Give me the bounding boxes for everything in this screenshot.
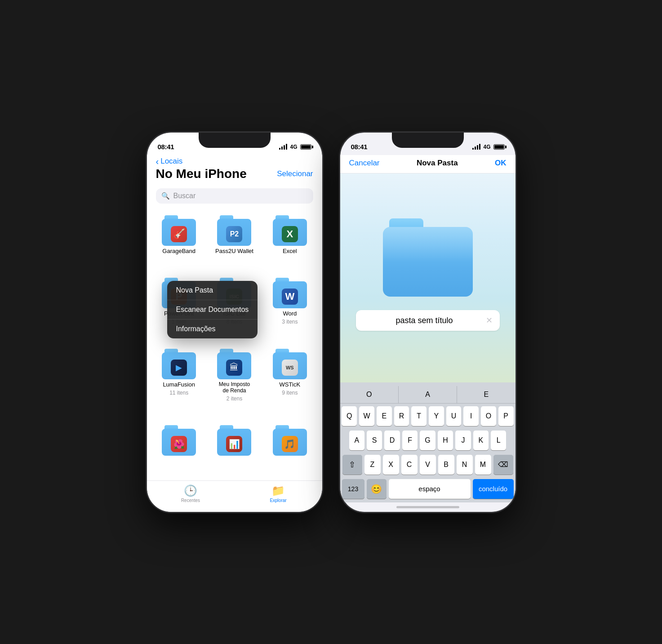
app-icon-lumafusion: ▶ xyxy=(171,360,187,376)
recentes-label: Recentes xyxy=(181,498,200,503)
context-menu-scan-docs[interactable]: Escanear Documentos xyxy=(167,300,258,320)
shift-key[interactable] xyxy=(342,455,362,475)
key-p[interactable]: P xyxy=(498,406,514,426)
signal-bars-1 xyxy=(279,144,287,150)
key-b[interactable]: B xyxy=(438,455,454,475)
key-l[interactable]: L xyxy=(491,431,506,450)
folder-name-wstick: WSTicK xyxy=(280,381,300,388)
space-key[interactable]: espaço xyxy=(389,479,471,499)
folder-name-input[interactable] xyxy=(363,316,486,325)
numbers-key[interactable]: 123 xyxy=(342,479,364,499)
app-icon-pass2u: P2 xyxy=(226,226,242,242)
network-type-2: 4G xyxy=(483,144,490,150)
phone-files: 08:41 4G ‹ L xyxy=(147,133,322,512)
key-k[interactable]: K xyxy=(473,431,489,450)
key-e[interactable]: E xyxy=(377,406,392,426)
keyboard-bottom-row: 123 😊 espaço concluído xyxy=(340,479,515,502)
new-folder-title: Nova Pasta xyxy=(417,159,458,168)
delete-key[interactable] xyxy=(493,455,513,475)
key-g[interactable]: G xyxy=(420,431,435,450)
key-w[interactable]: W xyxy=(359,406,374,426)
network-type-1: 4G xyxy=(290,144,297,150)
key-o[interactable]: O xyxy=(481,406,496,426)
select-button[interactable]: Selecionar xyxy=(277,169,313,178)
signal-bars-2 xyxy=(472,144,480,150)
home-indicator-2 xyxy=(396,506,459,508)
key-c[interactable]: C xyxy=(401,455,418,475)
key-q[interactable]: Q xyxy=(342,406,357,426)
context-menu-info[interactable]: Informações xyxy=(167,320,258,338)
folder-count-word: 3 itens xyxy=(282,319,298,325)
folder-wstick[interactable]: WS WSTicK 9 itens xyxy=(262,346,317,423)
context-menu-new-folder[interactable]: Nova Pasta xyxy=(167,281,258,300)
emoji-key[interactable]: 😊 xyxy=(367,479,387,499)
predict-o[interactable]: O xyxy=(340,386,399,403)
folder-excel[interactable]: X Excel xyxy=(262,213,317,275)
ok-button[interactable]: OK xyxy=(495,159,506,168)
tab-explorar[interactable]: 📁 Explorar xyxy=(235,484,322,503)
folder-name-meuimposto: Meu Impostode Renda xyxy=(219,381,250,394)
search-bar-1[interactable]: 🔍 Buscar xyxy=(156,188,313,204)
key-z[interactable]: Z xyxy=(364,455,381,475)
key-s[interactable]: S xyxy=(367,431,382,450)
battery-2 xyxy=(493,144,505,150)
cancel-button[interactable]: Cancelar xyxy=(349,159,380,168)
folder-lumafusion[interactable]: ▶ LumaFusion 11 itens xyxy=(151,346,207,423)
key-h[interactable]: H xyxy=(438,431,453,450)
back-label-1: Locais xyxy=(160,157,182,166)
key-r[interactable]: R xyxy=(394,406,409,426)
back-button-1[interactable]: ‹ Locais xyxy=(156,157,313,166)
keyboard-row-3: Z X C V B N M xyxy=(342,455,514,475)
time-2: 08:41 xyxy=(351,143,368,151)
app-icon-app4: 🌺 xyxy=(171,436,187,452)
folder-name-word: Word xyxy=(283,310,297,317)
phone-new-folder: 08:41 4G Cancelar Nova Pa xyxy=(340,133,515,512)
key-v[interactable]: V xyxy=(420,455,436,475)
explorar-icon: 📁 xyxy=(271,484,285,497)
key-a[interactable]: A xyxy=(349,431,364,450)
folder-pass2u[interactable]: P2 Pass2U Wallet xyxy=(207,213,262,275)
key-i[interactable]: I xyxy=(463,406,479,426)
predict-e[interactable]: E xyxy=(457,386,515,403)
app-icon-app5: 📊 xyxy=(226,436,242,452)
folder-grid: 🎸 GarageBand P2 Pass2U Wallet xyxy=(147,209,322,480)
page-title-1: No Meu iPhone xyxy=(156,167,247,181)
done-key[interactable]: concluído xyxy=(473,479,514,499)
folder-garageband[interactable]: 🎸 GarageBand xyxy=(151,213,207,275)
folder-name-excel: Excel xyxy=(283,248,297,254)
folder-app6[interactable]: 🎵 xyxy=(262,422,317,477)
search-icon-1: 🔍 xyxy=(161,192,170,200)
clear-input-button[interactable]: ✕ xyxy=(486,315,493,325)
key-m[interactable]: M xyxy=(475,455,491,475)
folder-name-input-row[interactable]: ✕ xyxy=(356,310,500,331)
key-y[interactable]: Y xyxy=(429,406,444,426)
folder-app5[interactable]: 📊 xyxy=(207,422,262,477)
key-n[interactable]: N xyxy=(457,455,473,475)
new-folder-nav: Cancelar Nova Pasta OK xyxy=(340,155,515,173)
key-f[interactable]: F xyxy=(402,431,418,450)
folder-meuimposto[interactable]: 🏛 Meu Impostode Renda 2 itens xyxy=(207,346,262,423)
folder-count-wstick: 9 itens xyxy=(282,390,298,396)
folder-preview-area: ✕ xyxy=(340,173,515,382)
predict-a[interactable]: A xyxy=(399,386,457,403)
folder-name-pass2u: Pass2U Wallet xyxy=(215,248,253,254)
notch-2 xyxy=(392,133,464,148)
key-j[interactable]: J xyxy=(455,431,471,450)
keyboard-row-1: Q W E R T Y U I O P xyxy=(342,406,514,426)
search-placeholder-1: Buscar xyxy=(173,192,196,200)
key-u[interactable]: U xyxy=(446,406,462,426)
back-arrow-1: ‹ xyxy=(156,157,159,166)
folder-name-lumafusion: LumaFusion xyxy=(163,381,195,388)
folder-name-garageband: GarageBand xyxy=(162,248,195,254)
tab-recentes[interactable]: 🕒 Recentes xyxy=(147,484,235,503)
nav-bar-1: ‹ Locais No Meu iPhone Selecionar xyxy=(147,155,322,185)
key-d[interactable]: D xyxy=(384,431,400,450)
folder-app4[interactable]: 🌺 xyxy=(151,422,207,477)
folder-word[interactable]: W Word 3 itens xyxy=(262,275,317,346)
context-menu: Nova Pasta Escanear Documentos Informaçõ… xyxy=(167,281,258,338)
app-icon-word: W xyxy=(282,289,298,305)
key-t[interactable]: T xyxy=(411,406,427,426)
key-x[interactable]: X xyxy=(383,455,399,475)
battery-1 xyxy=(300,144,311,150)
status-icons-2: 4G xyxy=(472,144,504,150)
